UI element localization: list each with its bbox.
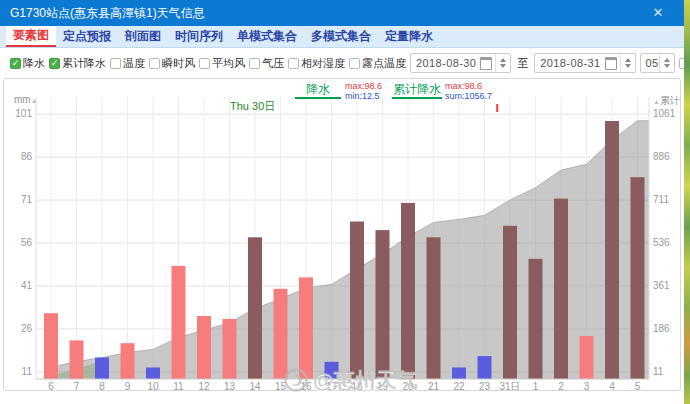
- bar[interactable]: [95, 358, 109, 380]
- checkbox-cumulative-rain[interactable]: ✓累计降水: [49, 56, 106, 71]
- checkbox-pressure[interactable]: 气压: [249, 56, 284, 71]
- bar[interactable]: [478, 356, 492, 379]
- date-spinner[interactable]: [495, 54, 510, 72]
- left-axis-unit: mm▲: [14, 94, 38, 105]
- x-tick-label: 4: [609, 381, 615, 390]
- checkbox-relative-humidity[interactable]: 相对湿度: [288, 56, 345, 71]
- bar[interactable]: [401, 203, 415, 379]
- axis-arrow-icon: ▲: [653, 98, 660, 105]
- bar[interactable]: [580, 336, 594, 379]
- bar[interactable]: [427, 237, 441, 379]
- bar[interactable]: [248, 237, 262, 379]
- bar[interactable]: [529, 259, 543, 379]
- checkbox-dewpoint[interactable]: 露点温度: [349, 56, 406, 71]
- start-date-input[interactable]: 2018-08-30: [410, 53, 511, 73]
- bar[interactable]: [299, 277, 313, 379]
- x-tick-label: 2: [558, 381, 564, 390]
- axis-arrow-icon: ▲: [31, 97, 38, 104]
- left-tick-label: 86: [21, 151, 33, 162]
- legend-cumulative[interactable]: 累计降水: [392, 83, 442, 99]
- day-annotation: Thu 30日: [230, 99, 275, 114]
- checkbox-mean-wind[interactable]: 平均风: [199, 56, 245, 71]
- bar[interactable]: [197, 316, 211, 379]
- bar[interactable]: [350, 222, 364, 380]
- to-label: 至: [517, 56, 528, 71]
- spin-up-icon[interactable]: [500, 58, 506, 62]
- x-tick-label: 3: [584, 381, 590, 390]
- legend-rain[interactable]: 降水: [295, 83, 341, 99]
- x-tick-label: 21: [428, 381, 440, 390]
- bar[interactable]: [146, 368, 160, 380]
- left-tick-label: 101: [15, 108, 32, 119]
- bar[interactable]: [631, 177, 645, 379]
- bar[interactable]: [325, 362, 339, 379]
- x-tick-label: 19: [377, 381, 389, 390]
- bar[interactable]: [274, 289, 288, 379]
- spin-up-icon[interactable]: [664, 58, 670, 62]
- bar[interactable]: [554, 199, 568, 379]
- bar[interactable]: [376, 230, 390, 379]
- right-tick-label: 886: [653, 151, 670, 162]
- bar[interactable]: [70, 340, 84, 379]
- checkbox-temperature[interactable]: 温度: [110, 56, 145, 71]
- end-date-input[interactable]: 2018-08-31: [534, 53, 635, 73]
- tab-single-model-ensemble[interactable]: 单模式集合: [230, 26, 304, 47]
- x-tick-label: 7: [74, 381, 80, 390]
- checkbox-rain[interactable]: ✓降水: [10, 56, 45, 71]
- legend-cumulative-line-swatch: [392, 97, 442, 99]
- chart-panel: 1018671564126111061886711536361186116789…: [3, 78, 681, 391]
- x-tick-label: 22: [453, 381, 465, 390]
- x-tick-label: 16: [300, 381, 312, 390]
- bar[interactable]: [503, 226, 517, 379]
- checkbox-box: [149, 58, 160, 69]
- checkbox-instant-wind[interactable]: 瞬时风: [149, 56, 195, 71]
- checkbox-box: [199, 58, 210, 69]
- right-axis-unit: ▲累计: [653, 94, 680, 108]
- checkbox-box: [349, 58, 360, 69]
- x-tick-label: 31日: [499, 381, 520, 390]
- right-tick-label: 1061: [653, 108, 676, 119]
- checkbox-box: ✓: [10, 58, 21, 69]
- legend-cumulative-stats: max:98.6 sum:1056.7: [445, 81, 492, 101]
- tab-bar: 要素图 定点预报 剖面图 时间序列 单模式集合 多模式集合 定量降水: [0, 26, 684, 48]
- legend-rain-line-swatch: [295, 97, 341, 99]
- left-tick-label: 11: [22, 366, 33, 377]
- spin-down-icon[interactable]: [500, 64, 506, 68]
- bar[interactable]: [452, 368, 466, 380]
- window-title: G1730站点(惠东县高潭镇1)天气信息: [10, 6, 205, 20]
- tab-qpf[interactable]: 定量降水: [378, 26, 440, 47]
- left-tick-label: 26: [21, 323, 33, 334]
- x-tick-label: 17: [326, 381, 338, 390]
- x-tick-label: 13: [224, 381, 236, 390]
- bar[interactable]: [44, 313, 58, 379]
- checkbox-box: [249, 58, 260, 69]
- date-spinner[interactable]: [620, 54, 635, 72]
- x-tick-label: 8: [99, 381, 105, 390]
- spin-up-icon[interactable]: [625, 58, 631, 62]
- tab-point-forecast[interactable]: 定点预报: [56, 26, 118, 47]
- x-tick-label: 20: [402, 381, 414, 390]
- bar[interactable]: [172, 266, 186, 379]
- controls-row: ✓降水 ✓累计降水 温度 瞬时风 平均风 气压 相对湿度 露点温度 2018-0…: [0, 48, 684, 78]
- bar[interactable]: [223, 319, 237, 379]
- tab-profile[interactable]: 剖面图: [118, 26, 168, 47]
- spin-down-icon[interactable]: [625, 64, 631, 68]
- legend-rain-stats: max:98.6 min:12.5: [345, 81, 382, 101]
- left-tick-label: 71: [21, 194, 33, 205]
- close-icon[interactable]: ✕: [648, 0, 668, 26]
- hour-spinner[interactable]: [659, 54, 674, 72]
- tab-multi-model-ensemble[interactable]: 多模式集合: [304, 26, 378, 47]
- bar[interactable]: [605, 121, 619, 379]
- calendar-icon: [605, 57, 617, 70]
- tab-element-map[interactable]: 要素图: [6, 26, 56, 47]
- right-tick-label: 361: [653, 280, 670, 291]
- hour-input[interactable]: 05: [640, 53, 675, 73]
- x-tick-label: 12: [198, 381, 210, 390]
- right-tick-label: 536: [653, 237, 670, 248]
- checkbox-box: [288, 58, 299, 69]
- x-tick-label: 5: [635, 381, 641, 390]
- bar[interactable]: [121, 343, 135, 379]
- checkbox-box: [110, 58, 121, 69]
- tab-time-series[interactable]: 时间序列: [168, 26, 230, 47]
- spin-down-icon[interactable]: [664, 64, 670, 68]
